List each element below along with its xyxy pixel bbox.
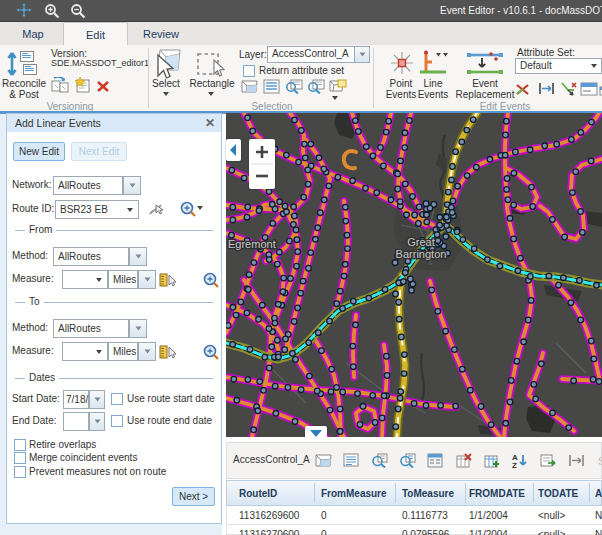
svg-text:Egremont: Egremont xyxy=(228,238,276,250)
svg-text:Barrington: Barrington xyxy=(396,248,447,260)
svg-text:Z: Z xyxy=(512,461,517,468)
svg-text:S: S xyxy=(598,455,602,467)
svg-text:Great: Great xyxy=(407,236,435,248)
